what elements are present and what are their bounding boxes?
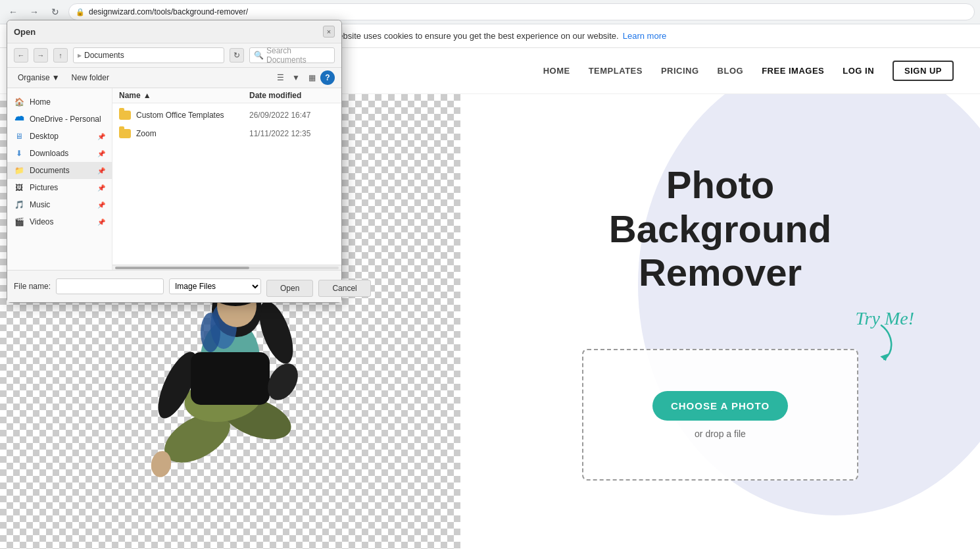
sidebar-pictures-label: Pictures xyxy=(30,183,58,192)
sidebar-videos-label: Videos xyxy=(30,217,53,226)
dialog-close-button[interactable]: × xyxy=(323,26,335,38)
sidebar-onedrive-label: OneDrive - Personal xyxy=(30,115,101,124)
search-placeholder: Search Documents xyxy=(266,46,330,65)
file-dialog: Open × ← → ↑ ▸ Documents ↻ 🔍 Search Docu… xyxy=(7,20,342,303)
breadcrumb-bar: ▸ Documents xyxy=(73,47,224,63)
action-bar: Organise ▼ New folder ☰ ▼ ▦ ? xyxy=(7,68,341,88)
view-buttons: ☰ ▼ ▦ ? xyxy=(273,70,335,85)
sidebar-item-desktop[interactable]: 🖥 Desktop 📌 xyxy=(7,128,112,145)
horizontal-scrollbar[interactable] xyxy=(112,265,341,270)
file-list-header: Name ▲ Date modified xyxy=(112,88,341,103)
open-button[interactable]: Open xyxy=(266,280,313,297)
folder-icon xyxy=(119,128,131,140)
home-icon: 🏠 xyxy=(14,97,24,107)
info-button[interactable]: ? xyxy=(320,70,335,85)
dialog-main: Name ▲ Date modified Custom Office Templ… xyxy=(112,88,341,270)
sidebar-item-music[interactable]: 🎵 Music 📌 xyxy=(7,196,112,213)
file-name: Custom Office Templates xyxy=(136,111,244,120)
cancel-button[interactable]: Cancel xyxy=(318,280,370,297)
dialog-titlebar: Open × xyxy=(7,20,341,43)
dialog-back-button[interactable]: ← xyxy=(14,48,28,63)
file-date: 11/11/2022 12:35 xyxy=(249,129,335,138)
dialog-overlay: Open × ← → ↑ ▸ Documents ↻ 🔍 Search Docu… xyxy=(0,0,980,549)
videos-icon: 🎬 xyxy=(14,217,24,227)
sidebar-downloads-label: Downloads xyxy=(30,149,68,158)
dialog-toolbar: ← → ↑ ▸ Documents ↻ 🔍 Search Documents xyxy=(7,43,341,68)
col-name-header[interactable]: Name ▲ xyxy=(119,91,249,100)
sidebar-desktop-label: Desktop xyxy=(30,132,59,141)
sidebar-item-pictures[interactable]: 🖼 Pictures 📌 xyxy=(7,179,112,196)
dialog-action-buttons: Open Cancel xyxy=(266,280,371,297)
file-list: Custom Office Templates 26/09/2022 16:47… xyxy=(112,103,341,265)
sidebar-item-videos[interactable]: 🎬 Videos 📌 xyxy=(7,213,112,230)
dialog-title: Open xyxy=(14,27,36,37)
dialog-footer: File name: Image Files All Files Open Ca… xyxy=(7,270,341,302)
desktop-icon: 🖥 xyxy=(14,131,24,142)
organise-dropdown-icon: ▼ xyxy=(52,73,60,82)
onedrive-icon xyxy=(14,114,24,124)
refresh-button[interactable]: ↻ xyxy=(230,48,244,63)
list-view-button[interactable]: ☰ xyxy=(273,70,287,85)
sidebar-music-label: Music xyxy=(30,200,50,209)
breadcrumb-separator: ▸ xyxy=(78,51,82,60)
pin-icon: 📌 xyxy=(97,167,105,174)
table-row[interactable]: Zoom 11/11/2022 12:35 xyxy=(112,124,341,143)
view-dropdown-button[interactable]: ▼ xyxy=(289,70,303,85)
downloads-icon: ⬇ xyxy=(14,148,24,159)
music-icon: 🎵 xyxy=(14,199,24,210)
preview-button[interactable]: ▦ xyxy=(305,70,319,85)
organise-button[interactable]: Organise ▼ xyxy=(14,71,64,84)
dialog-forward-button[interactable]: → xyxy=(34,48,48,63)
pin-icon: 📌 xyxy=(97,219,105,226)
organise-label: Organise xyxy=(18,73,50,82)
pin-icon: 📌 xyxy=(97,150,105,157)
sidebar-item-documents[interactable]: 📁 Documents 📌 xyxy=(7,162,112,179)
pin-icon: 📌 xyxy=(97,201,105,209)
sidebar-documents-label: Documents xyxy=(30,166,70,175)
sidebar-home-label: Home xyxy=(30,97,51,107)
dialog-up-button[interactable]: ↑ xyxy=(53,48,68,63)
pin-icon: 📌 xyxy=(97,133,105,140)
col-modified-header[interactable]: Date modified xyxy=(249,91,335,100)
pictures-icon: 🖼 xyxy=(14,182,24,193)
search-box[interactable]: 🔍 Search Documents xyxy=(249,47,335,63)
sidebar-item-downloads[interactable]: ⬇ Downloads 📌 xyxy=(7,145,112,162)
sort-icon: ▲ xyxy=(143,91,151,100)
breadcrumb-documents[interactable]: Documents xyxy=(84,51,124,60)
pin-icon: 📌 xyxy=(97,184,105,192)
file-date: 26/09/2022 16:47 xyxy=(249,111,335,120)
file-name: Zoom xyxy=(136,129,244,138)
sidebar-item-home[interactable]: 🏠 Home xyxy=(7,93,112,111)
new-folder-button[interactable]: New folder xyxy=(68,71,113,84)
table-row[interactable]: Custom Office Templates 26/09/2022 16:47 xyxy=(112,106,341,124)
folder-icon xyxy=(119,109,131,121)
scrollbar-thumb xyxy=(115,267,249,269)
filetype-select[interactable]: Image Files All Files xyxy=(169,278,261,294)
dialog-body: 🏠 Home OneDrive - Personal 🖥 Desktop 📌 xyxy=(7,88,341,270)
dialog-sidebar: 🏠 Home OneDrive - Personal 🖥 Desktop 📌 xyxy=(7,88,112,270)
search-icon: 🔍 xyxy=(254,51,264,60)
filename-label: File name: xyxy=(14,282,51,291)
documents-icon: 📁 xyxy=(14,165,24,176)
filename-input[interactable] xyxy=(56,278,164,294)
sidebar-item-onedrive[interactable]: OneDrive - Personal xyxy=(7,111,112,128)
scrollbar-track xyxy=(115,267,339,269)
